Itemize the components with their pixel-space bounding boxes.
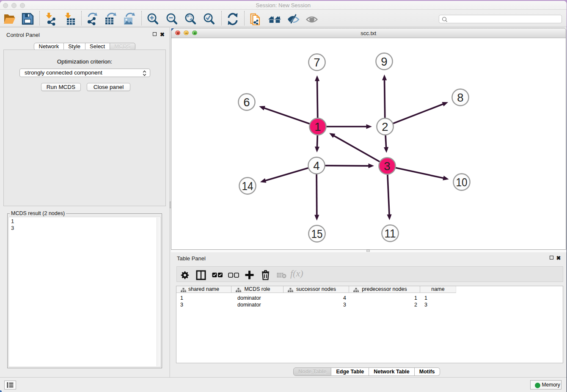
- svg-text:14: 14: [242, 179, 253, 192]
- svg-text:1: 1: [314, 120, 321, 133]
- svg-text:9: 9: [381, 55, 387, 68]
- svg-text:8: 8: [457, 91, 463, 104]
- svg-text:11: 11: [385, 226, 396, 240]
- svg-text:10: 10: [456, 175, 468, 188]
- svg-text:15: 15: [311, 227, 323, 240]
- svg-text:7: 7: [314, 55, 320, 69]
- svg-text:3: 3: [384, 159, 390, 172]
- svg-text:6: 6: [243, 95, 250, 108]
- svg-text:2: 2: [382, 120, 388, 133]
- svg-text:4: 4: [313, 159, 319, 172]
